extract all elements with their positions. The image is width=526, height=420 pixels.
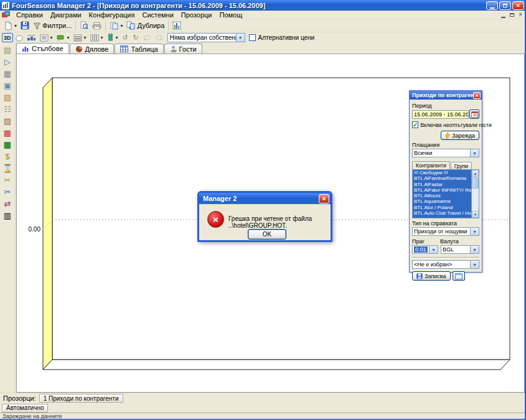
menu-item[interactable]: Справки (12, 11, 47, 19)
tab-bars[interactable]: Стълбове (16, 43, 69, 54)
marks-dropdown-icon[interactable]: ▾ (67, 35, 70, 40)
save-button[interactable] (19, 20, 31, 32)
menu-item[interactable]: Диаграми (47, 11, 85, 19)
payments-combobox[interactable]: Всички ▾ (412, 149, 479, 157)
cash-register-icon[interactable]: ▩ (2, 127, 14, 138)
vertical-grid-button[interactable]: ▾ (88, 33, 105, 42)
list-item[interactable] (413, 216, 471, 218)
tab-groups[interactable]: Групи (451, 162, 472, 169)
list-item[interactable]: BTL Aquamarine (413, 198, 471, 204)
list-item[interactable]: BTL AlFatur INFINITY/ Romani (413, 187, 471, 193)
bar-style-dropdown-icon[interactable]: ▾ (116, 35, 118, 40)
payments-dropdown-icon[interactable]: ▾ (470, 149, 479, 157)
template-combobox[interactable]: <Не е избран> ▾ (412, 260, 479, 269)
calendar-button[interactable] (469, 110, 479, 119)
ok-button[interactable]: OK (248, 229, 286, 240)
cards-icon[interactable]: ▤ (2, 44, 14, 55)
print-preview-button[interactable] (78, 20, 90, 32)
list-scrollbar[interactable]: ▴ ▾ (471, 170, 479, 218)
exchange-icon[interactable]: ⇄ (2, 198, 14, 209)
3d-toggle-button[interactable]: 3D (2, 33, 13, 42)
list-item[interactable]: BTL Alltours (413, 193, 471, 198)
legend-button[interactable]: ▾ (38, 33, 55, 42)
tab-pie[interactable]: Дялове (70, 44, 115, 54)
filter-button[interactable]: Филтри... (31, 20, 73, 32)
list-item[interactable]: BTL AlFastar (413, 182, 471, 187)
load-button[interactable]: Зарежда (441, 131, 479, 140)
minimize-button[interactable] (486, 1, 498, 10)
legend-dropdown-icon[interactable]: ▾ (50, 35, 53, 40)
rotate-shape-button[interactable] (13, 33, 25, 42)
grid-view-button[interactable] (453, 271, 465, 281)
horizontal-grid-dropdown-icon[interactable]: ▾ (84, 35, 87, 40)
colored-chart-icon[interactable]: ▦ (2, 68, 14, 79)
horizontal-grid-button[interactable]: ▾ (72, 33, 88, 42)
axis-labels-button[interactable] (25, 33, 38, 42)
restore-button[interactable] (499, 1, 511, 10)
template-dropdown-icon[interactable]: ▾ (470, 261, 479, 268)
send-report-icon[interactable]: ▷ (2, 56, 14, 67)
owner-combobox-dropdown-icon[interactable]: ▾ (236, 34, 245, 42)
spin-right-button[interactable] (153, 33, 165, 42)
dialog-close-button[interactable]: × (319, 194, 329, 203)
list-item[interactable]: BTL Auto Club Travel / Hunga (413, 210, 471, 216)
copy-document-icon[interactable]: ▧ (2, 91, 14, 103)
people-group-icon[interactable]: ☷ (2, 103, 14, 114)
list-item[interactable]: BTL Atur / Poland (413, 205, 471, 210)
duplicate-button[interactable]: Дублира (124, 20, 166, 32)
menu-item[interactable]: Системни (138, 11, 177, 19)
calculator-icon[interactable]: ▣ (2, 80, 14, 91)
report-type-combobox[interactable]: Приходи от нощувки ▾ (412, 227, 479, 236)
period-field[interactable]: 15.06.2009 - 15.06.2009 (412, 110, 469, 119)
cut-red-icon[interactable]: ✂ (2, 174, 14, 185)
report-type-dropdown-icon[interactable]: ▾ (470, 228, 479, 235)
copy-dropdown-icon[interactable]: ▾ (120, 23, 123, 29)
include-guests-checkbox[interactable]: ✓ (412, 121, 418, 128)
rotate-right-button[interactable]: ↻ (131, 33, 141, 42)
mdi-restore-icon[interactable] (510, 13, 514, 17)
new-report-button[interactable]: ▾ (2, 20, 19, 32)
list-item[interactable]: BTL AlFamina/Romania (413, 175, 471, 181)
scroll-down-icon[interactable]: ▾ (472, 211, 479, 218)
dollar-icon[interactable]: $ (2, 151, 14, 162)
panel-close-button[interactable]: × (473, 92, 481, 99)
stats-bar-icon[interactable]: ▥ (2, 210, 14, 221)
menu-item[interactable]: Прозорци (177, 11, 216, 19)
red-grid-icon[interactable]: ▦ (2, 139, 14, 150)
threshold-combobox[interactable]: 0.01 ▾ (412, 245, 438, 254)
spin-left-button[interactable] (141, 33, 153, 42)
dialog-titlebar[interactable]: Manager 2 × (199, 193, 331, 204)
print-button[interactable] (90, 20, 103, 32)
cut-yellow-icon[interactable]: ✂ (2, 186, 14, 197)
bar-style-button[interactable]: ▾ (105, 33, 120, 42)
owner-combobox[interactable]: Няма избран собственици ▾ (167, 33, 245, 42)
copy-button[interactable]: ▾ (108, 20, 124, 32)
currency-combobox[interactable]: BGL ▾ (441, 245, 479, 254)
tab-table[interactable]: Таблица (115, 44, 163, 54)
coins-clock-icon[interactable]: ⌛ (2, 162, 14, 174)
include-guests-row[interactable]: ✓ Включва неотпътували гости (412, 121, 479, 128)
panel-titlebar[interactable]: Приходи по контрагенти × (410, 91, 482, 100)
new-report-dropdown-icon[interactable]: ▾ (14, 23, 17, 29)
rotate-left-button[interactable]: ↺ (120, 33, 131, 42)
tab-guests[interactable]: Гости (164, 44, 202, 54)
scroll-up-icon[interactable]: ▴ (472, 170, 479, 177)
mdi-close-icon[interactable]: × (519, 11, 522, 19)
open-window-button[interactable]: 1 Приходи по контрагенти (39, 394, 123, 403)
marks-button[interactable]: ▾ (55, 33, 72, 42)
save-report-button[interactable]: Записва (412, 271, 451, 281)
close-button[interactable]: × (512, 1, 524, 10)
alt-prices-checkbox[interactable] (249, 34, 256, 41)
alt-prices-checkbox-row[interactable]: Алтернативни цени (249, 34, 315, 41)
mdi-minimize-icon[interactable] (501, 17, 505, 18)
vertical-grid-dropdown-icon[interactable]: ▾ (101, 35, 103, 40)
scroll-thumb[interactable] (472, 177, 479, 189)
auto-button[interactable]: Автоматично (2, 404, 48, 413)
chart-tool-button[interactable] (171, 20, 183, 32)
threshold-dropdown-icon[interactable]: ▾ (429, 246, 438, 253)
list-item[interactable]: !!! Свободни !!! (413, 170, 471, 175)
currency-dropdown-icon[interactable]: ▾ (470, 246, 479, 253)
contractors-listbox[interactable]: !!! Свободни !!!BTL AlFamina/RomaniaBTL … (412, 169, 479, 218)
documents-icon[interactable]: ▨ (2, 115, 14, 126)
menu-item[interactable]: Конфигурация (85, 11, 139, 19)
